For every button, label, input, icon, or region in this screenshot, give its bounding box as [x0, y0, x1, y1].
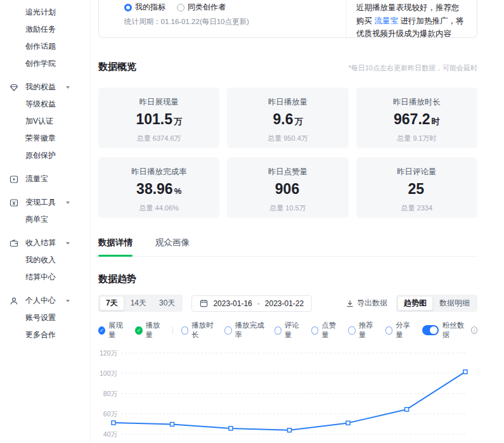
sidebar-item[interactable]: 荣誉徽章 — [0, 130, 90, 147]
stat-card-label: 昨日评论量 — [356, 167, 477, 177]
data-point-marker[interactable] — [171, 422, 174, 426]
stat-period-text: 统计周期：01.16-01.22(每日10点更新) — [124, 17, 346, 27]
indicator-radio[interactable]: 同类创作者 — [177, 2, 226, 13]
indicator-radio-group: 我的指标同类创作者 — [124, 2, 346, 13]
traffic-bao-link[interactable]: 流量宝 — [374, 16, 398, 25]
stat-card-value: 38.96% — [98, 181, 219, 198]
metric-checkbox[interactable]: 评论量 — [275, 321, 303, 340]
circle-unchecked-icon — [181, 326, 188, 335]
sidebar-item-label: 变现工具 — [25, 197, 56, 208]
sidebar-item[interactable]: 变现工具 — [0, 194, 90, 211]
overview-cards: 昨日展现量101.5万总量 6374.6万昨日播放量9.6万总量 950.4万昨… — [98, 87, 477, 218]
sidebar-item[interactable]: 流量宝 — [0, 170, 90, 188]
metric-label: 播放完成率 — [235, 321, 266, 340]
range-option-2[interactable]: 30天 — [153, 296, 181, 311]
range-option-1[interactable]: 14天 — [124, 296, 153, 311]
info-icon[interactable]: i — [471, 326, 477, 334]
metric-label: 展现量 — [108, 321, 127, 340]
radio-dot-icon — [124, 4, 132, 11]
sidebar-item-label: 我的收入 — [25, 255, 56, 266]
date-end: 2023-01-22 — [265, 299, 304, 308]
stat-card-total: 总量 2334 — [356, 203, 477, 213]
stat-card-value: 906 — [227, 181, 348, 198]
fans-data-toggle[interactable] — [422, 325, 438, 335]
sidebar-item[interactable]: 收入结算 — [0, 234, 90, 252]
traffic-box-icon — [10, 175, 18, 184]
date-range-segmented: 7天14天30天 — [98, 295, 183, 312]
sidebar-item[interactable]: 个人中心 — [0, 292, 90, 309]
tab-audience-portrait[interactable]: 观众画像 — [155, 237, 190, 256]
sidebar-item-label: 加V认证 — [25, 116, 53, 127]
sidebar-item-label: 追光计划 — [25, 7, 56, 18]
sidebar-item-label: 流量宝 — [25, 174, 48, 184]
export-data-button[interactable]: 导出数据 — [346, 298, 387, 309]
view-option-1[interactable]: 数据明细 — [433, 296, 476, 311]
gem-icon — [10, 83, 18, 92]
notice-left-panel: 我的指标同类创作者 统计周期：01.16-01.22(每日10点更新) — [99, 0, 346, 37]
stat-card-value: 25 — [356, 181, 477, 198]
data-point-marker[interactable] — [346, 421, 350, 425]
sidebar-item[interactable]: 我的权益 — [0, 79, 90, 96]
sidebar-item-label: 原创保护 — [25, 150, 56, 161]
range-option-0[interactable]: 7天 — [100, 296, 124, 311]
chevron-down-icon — [66, 242, 70, 245]
metric-label: 评论量 — [285, 321, 303, 340]
stat-card-label: 昨日展现量 — [98, 97, 219, 108]
y-axis-tick: 40万 — [103, 430, 118, 438]
stat-card-unit: 时 — [432, 117, 440, 126]
metric-checkbox[interactable]: 分享量 — [385, 321, 414, 340]
sidebar-item[interactable]: 追光计划 — [0, 4, 90, 21]
stat-card-number: 906 — [275, 181, 299, 197]
stat-card-label: 昨日播放量 — [227, 97, 348, 108]
metric-checkbox[interactable]: ✓展现量 — [98, 321, 127, 340]
circle-unchecked-icon — [275, 326, 281, 335]
metric-checkbox[interactable]: 播放时长 — [181, 321, 216, 340]
sidebar-item[interactable]: 更多合作 — [0, 326, 90, 343]
sidebar-item[interactable]: 商单宝 — [0, 211, 90, 228]
metric-label: 点赞量 — [321, 321, 340, 340]
user-icon — [10, 297, 18, 305]
sidebar-item-label: 荣誉徽章 — [25, 133, 56, 144]
data-point-marker[interactable] — [463, 370, 467, 374]
sidebar-item[interactable]: 等级权益 — [0, 96, 90, 113]
sidebar-item[interactable]: 我的收入 — [0, 252, 90, 269]
radio-label: 我的指标 — [135, 2, 165, 13]
indicator-radio[interactable]: 我的指标 — [124, 2, 165, 13]
sidebar-item[interactable]: 创作学院 — [0, 55, 90, 72]
metric-checkbox[interactable]: 点赞量 — [311, 321, 340, 340]
stat-card-total: 总量 10.5万 — [227, 203, 348, 213]
metric-checkbox[interactable]: 推荐量 — [348, 321, 377, 340]
sidebar-item-label: 创作学院 — [25, 58, 56, 69]
data-point-marker[interactable] — [405, 408, 409, 411]
sidebar-item[interactable]: 账号设置 — [0, 309, 90, 326]
stat-card-label: 昨日播放完成率 — [98, 167, 219, 177]
view-option-0[interactable]: 趋势图 — [397, 296, 433, 311]
data-point-marker[interactable] — [288, 428, 292, 432]
sidebar-item[interactable]: 结算中心 — [0, 269, 90, 286]
sidebar-item-label: 收入结算 — [25, 238, 56, 248]
wallet-icon — [10, 239, 18, 248]
metric-checkbox[interactable]: 播放完成率 — [224, 321, 266, 340]
sidebar-item[interactable]: 创作话题 — [0, 38, 90, 55]
sidebar-item-label: 商单宝 — [25, 214, 48, 225]
circle-unchecked-icon — [224, 326, 231, 335]
data-point-marker[interactable] — [229, 427, 233, 430]
sidebar-item[interactable]: 原创保护 — [0, 147, 90, 164]
date-range-picker[interactable]: 2023-01-16 - 2023-01-22 — [191, 295, 312, 312]
metric-checkbox[interactable]: ✓播放量 — [135, 321, 164, 340]
sidebar-item[interactable]: 加V认证 — [0, 113, 90, 130]
tab-data-detail[interactable]: 数据详情 — [98, 237, 132, 256]
chevron-down-icon — [66, 86, 70, 89]
metrics-notice-card: 我的指标同类创作者 统计周期：01.16-01.22(每日10点更新) 近期播放… — [98, 0, 477, 38]
date-separator: - — [257, 299, 260, 308]
detail-tabs: 数据详情观众画像 — [98, 237, 477, 257]
circle-check-icon: ✓ — [135, 326, 142, 335]
sidebar-item[interactable]: 激励任务 — [0, 21, 90, 38]
sidebar-item-label: 更多合作 — [25, 330, 56, 340]
chart-view-segmented: 趋势图数据明细 — [396, 295, 477, 312]
stat-card: 昨日播放完成率38.96%总量 44.06% — [98, 157, 219, 218]
data-point-marker[interactable] — [112, 421, 115, 425]
fans-data-control: 粉丝数据i — [422, 321, 477, 340]
fans-data-label: 粉丝数据 — [443, 321, 467, 340]
circle-unchecked-icon — [311, 326, 318, 335]
